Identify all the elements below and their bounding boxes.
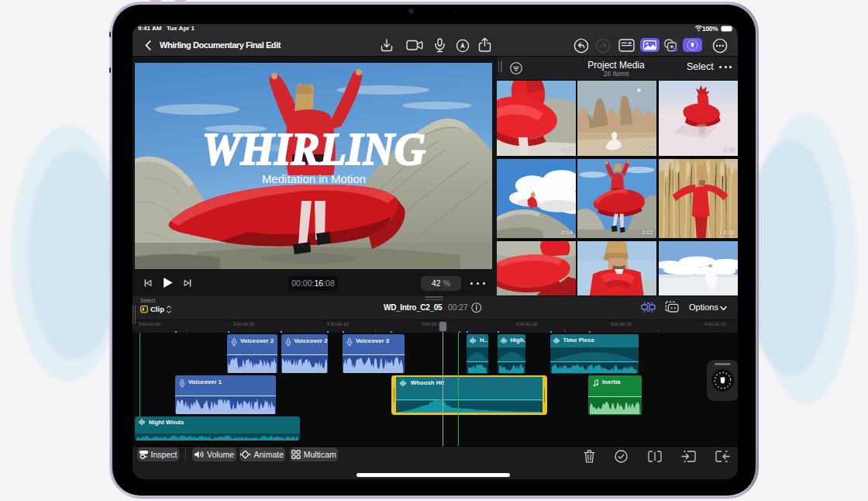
svg-text:Meditation in Motion: Meditation in Motion [262, 172, 366, 185]
svg-text:WHIRLING: WHIRLING [202, 123, 425, 174]
